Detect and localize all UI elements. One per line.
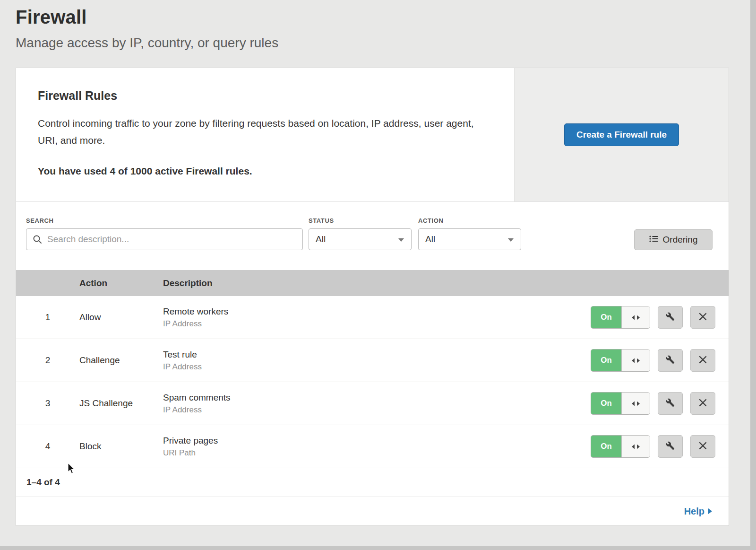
toggle-on-label[interactable]: On: [591, 306, 621, 328]
ordering-wrap: Ordering: [634, 229, 713, 270]
table-row: 2 Challenge Test rule IP Address On: [16, 339, 729, 382]
toggle-on-label[interactable]: On: [591, 393, 621, 414]
action-select[interactable]: All: [418, 228, 521, 250]
close-icon: [699, 313, 707, 322]
search-input[interactable]: [26, 228, 303, 250]
action-selected-value: All: [425, 234, 435, 244]
status-label: STATUS: [309, 217, 412, 225]
card-intro-section: Firewall Rules Control incoming traffic …: [16, 68, 729, 201]
help-link-label: Help: [684, 506, 704, 517]
left-right-arrows-icon[interactable]: [621, 393, 650, 414]
delete-rule-button[interactable]: [690, 306, 715, 329]
left-right-arrows-icon[interactable]: [621, 306, 650, 328]
ordering-button-label: Ordering: [663, 235, 698, 245]
panel-description: Control incoming traffic to your zone by…: [38, 115, 484, 148]
close-icon: [699, 399, 707, 408]
rule-title: Remote workers: [163, 306, 591, 317]
help-link[interactable]: Help: [684, 506, 713, 517]
create-rule-panel: Create a Firewall rule: [514, 68, 729, 201]
action-label: ACTION: [418, 217, 521, 225]
rule-number: 4: [16, 441, 79, 452]
rule-title: Private pages: [163, 436, 591, 446]
column-description: Description: [163, 278, 729, 288]
left-right-arrows-icon[interactable]: [621, 436, 650, 457]
screen-edge-right: [750, 0, 756, 550]
close-icon: [699, 442, 707, 451]
rule-description: Spam comments IP Address: [163, 393, 591, 415]
rule-controls: On: [591, 349, 729, 372]
status-filter-group: STATUS All: [309, 217, 412, 270]
rule-action: Allow: [79, 312, 163, 323]
rule-enabled-toggle[interactable]: On: [591, 306, 650, 329]
rule-number: 2: [16, 355, 79, 366]
rule-action: Block: [79, 441, 163, 452]
rule-action: JS Challenge: [79, 398, 163, 409]
action-filter-group: ACTION All: [418, 217, 521, 270]
rule-description: Test rule IP Address: [163, 349, 591, 372]
search-icon: [33, 235, 42, 246]
ordering-list-icon: [649, 235, 658, 245]
rule-match-type: IP Address: [163, 405, 591, 415]
edit-rule-button[interactable]: [658, 435, 683, 458]
panel-title: Firewall Rules: [38, 89, 492, 103]
rule-enabled-toggle[interactable]: On: [591, 392, 650, 415]
rule-description: Remote workers IP Address: [163, 306, 591, 329]
rule-match-type: IP Address: [163, 362, 591, 372]
page-subtitle: Manage access by IP, country, or query r…: [16, 35, 756, 51]
search-filter-group: SEARCH: [26, 217, 303, 270]
pagination-text: 1–4 of 4: [26, 477, 60, 488]
status-select[interactable]: All: [309, 228, 412, 250]
rules-usage-text: You have used 4 of 1000 active Firewall …: [38, 166, 492, 177]
search-label: SEARCH: [26, 217, 303, 225]
left-right-arrows-icon[interactable]: [621, 349, 650, 371]
rule-title: Test rule: [163, 349, 591, 360]
page-header: Firewall Manage access by IP, country, o…: [0, 0, 756, 51]
wrench-icon: [666, 441, 675, 452]
arrow-right-icon: [708, 506, 713, 517]
rule-number: 3: [16, 398, 79, 409]
status-selected-value: All: [316, 234, 326, 244]
wrench-icon: [666, 312, 675, 323]
screen-edge-bottom: [0, 546, 756, 550]
rule-controls: On: [591, 392, 729, 415]
rule-match-type: IP Address: [163, 319, 591, 329]
rule-description: Private pages URI Path: [163, 436, 591, 458]
toggle-on-label[interactable]: On: [591, 349, 621, 371]
table-row: 3 JS Challenge Spam comments IP Address …: [16, 382, 729, 425]
delete-rule-button[interactable]: [690, 392, 715, 415]
toggle-on-label[interactable]: On: [591, 436, 621, 457]
rule-action: Challenge: [79, 355, 163, 366]
rule-controls: On: [591, 306, 729, 329]
chevron-down-icon: [398, 234, 404, 244]
firewall-rules-card: Firewall Rules Control incoming traffic …: [16, 68, 729, 526]
rule-match-type: URI Path: [163, 448, 591, 458]
wrench-icon: [666, 355, 675, 366]
search-wrap: [26, 228, 303, 250]
rule-enabled-toggle[interactable]: On: [591, 349, 650, 372]
chevron-down-icon: [507, 234, 514, 244]
rule-number: 1: [16, 312, 79, 323]
delete-rule-button[interactable]: [690, 435, 715, 458]
close-icon: [699, 356, 707, 365]
create-firewall-rule-button[interactable]: Create a Firewall rule: [564, 123, 679, 146]
column-action: Action: [79, 278, 163, 288]
table-row: 1 Allow Remote workers IP Address On: [16, 296, 729, 339]
rule-title: Spam comments: [163, 393, 591, 403]
card-footer: Help: [16, 497, 729, 525]
rule-enabled-toggle[interactable]: On: [591, 435, 650, 458]
filters-bar: SEARCH STATUS All ACTION All: [16, 201, 729, 270]
wrench-icon: [666, 398, 675, 409]
table-header: Action Description: [16, 270, 729, 296]
edit-rule-button[interactable]: [658, 306, 683, 329]
pagination: 1–4 of 4: [16, 468, 729, 497]
page-title: Firewall: [16, 7, 756, 28]
edit-rule-button[interactable]: [658, 349, 683, 372]
intro-text-block: Firewall Rules Control incoming traffic …: [16, 68, 514, 201]
table-row: 4 Block Private pages URI Path On: [16, 425, 729, 468]
delete-rule-button[interactable]: [690, 349, 715, 372]
ordering-button[interactable]: Ordering: [634, 229, 713, 250]
edit-rule-button[interactable]: [658, 392, 683, 415]
rule-controls: On: [591, 435, 729, 458]
